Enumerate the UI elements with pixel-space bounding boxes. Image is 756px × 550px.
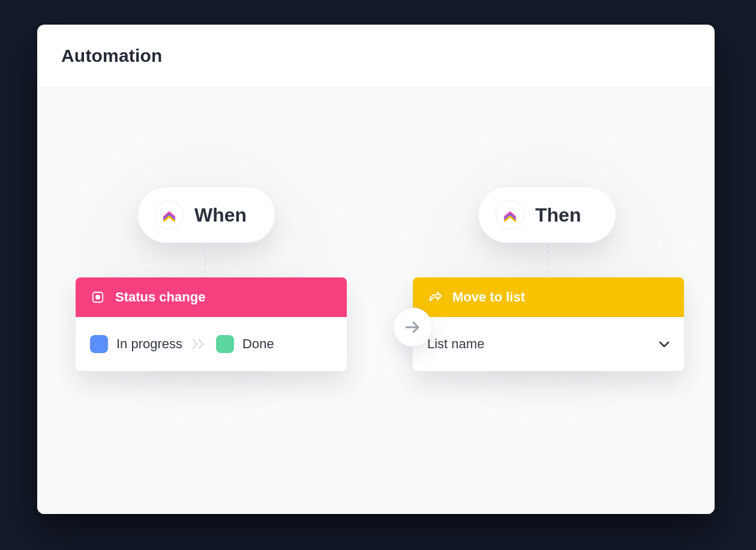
from-status-label: In progress	[116, 336, 182, 352]
trigger-card[interactable]: Status change In progress Done	[76, 277, 347, 371]
from-status-swatch	[90, 335, 108, 353]
share-arrow-icon	[427, 289, 443, 305]
panel-header: Automation	[37, 25, 715, 88]
brand-logo-icon	[155, 201, 184, 229]
list-select[interactable]: List name	[427, 336, 670, 352]
chevron-down-icon	[659, 336, 670, 352]
when-label: When	[194, 204, 247, 226]
panel-body: When Then Status	[37, 88, 715, 514]
page-title: Automation	[61, 46, 163, 66]
to-status-swatch	[216, 335, 234, 353]
to-status-label: Done	[242, 336, 274, 352]
then-pill: Then	[479, 187, 616, 243]
action-card-body: List name	[413, 317, 684, 371]
arrow-right-icon	[404, 319, 422, 335]
trigger-card-body: In progress Done	[76, 317, 347, 371]
trigger-card-header: Status change	[76, 277, 347, 317]
action-card-header: Move to list	[413, 277, 684, 317]
then-label: Then	[535, 204, 581, 226]
chevron-right-icon	[192, 339, 206, 349]
flow-arrow-button[interactable]	[393, 307, 433, 347]
list-select-label: List name	[427, 336, 484, 352]
svg-rect-1	[95, 295, 100, 299]
brand-logo-icon	[496, 201, 524, 229]
status-icon	[90, 289, 106, 305]
trigger-title: Status change	[115, 289, 205, 305]
automation-panel: Automation When	[37, 25, 715, 514]
action-title: Move to list	[452, 289, 525, 305]
when-pill: When	[138, 187, 275, 243]
action-card[interactable]: Move to list List name	[413, 277, 684, 371]
